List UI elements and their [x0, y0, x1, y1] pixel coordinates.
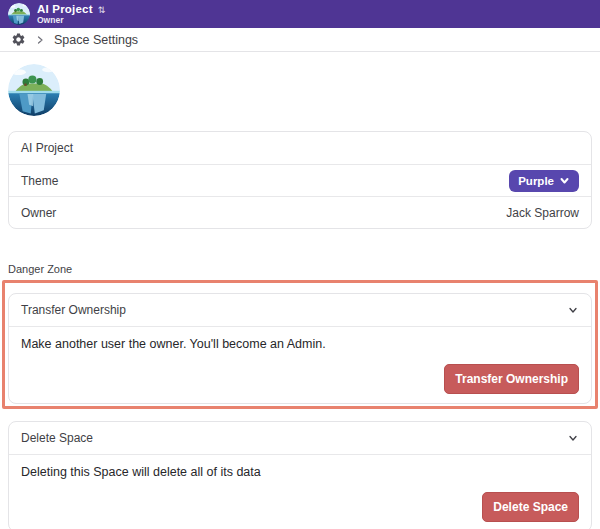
danger-zone-title: Danger Zone	[8, 263, 592, 276]
theme-select-button[interactable]: Purple	[509, 170, 579, 192]
chevron-down-icon	[559, 175, 570, 186]
breadcrumb-chevron-icon	[35, 35, 45, 45]
highlight-box: Transfer Ownership Make another user the…	[2, 280, 598, 409]
space-avatar-icon	[8, 3, 30, 25]
theme-value: Purple	[518, 175, 554, 187]
user-role-label: Owner	[37, 16, 105, 25]
space-switcher-text: AI Project ⇅ Owner	[37, 3, 105, 25]
theme-row: Theme Purple	[9, 164, 591, 196]
owner-label: Owner	[21, 206, 56, 220]
transfer-ownership-title: Transfer Ownership	[21, 303, 126, 317]
delete-space-header[interactable]: Delete Space	[9, 422, 591, 454]
chevron-down-icon[interactable]	[567, 432, 579, 444]
transfer-ownership-card: Transfer Ownership Make another user the…	[8, 293, 592, 404]
breadcrumb: Space Settings	[0, 28, 600, 52]
delete-space-body: Deleting this Space will delete all of i…	[9, 454, 591, 529]
space-avatar-image[interactable]	[8, 64, 60, 116]
space-name-field[interactable]: AI Project	[21, 141, 73, 155]
breadcrumb-space-settings[interactable]: Space Settings	[54, 33, 138, 47]
space-settings-card: AI Project Theme Purple Owner Jack Sparr…	[8, 131, 592, 229]
space-name-row: AI Project	[9, 132, 591, 164]
transfer-ownership-body: Make another user the owner. You'll beco…	[9, 326, 591, 403]
transfer-ownership-header[interactable]: Transfer Ownership	[9, 294, 591, 326]
owner-value: Jack Sparrow	[506, 206, 579, 220]
delete-space-title: Delete Space	[21, 431, 93, 445]
delete-space-card: Delete Space Deleting this Space will de…	[8, 421, 592, 529]
chevron-down-icon[interactable]	[567, 304, 579, 316]
delete-space-description: Deleting this Space will delete all of i…	[21, 465, 579, 480]
space-name: AI Project	[37, 3, 93, 15]
owner-row: Owner Jack Sparrow	[9, 196, 591, 228]
switch-space-icon[interactable]: ⇅	[98, 6, 106, 15]
theme-label: Theme	[21, 174, 58, 188]
space-switcher[interactable]: AI Project ⇅ Owner	[0, 0, 600, 28]
transfer-ownership-description: Make another user the owner. You'll beco…	[21, 337, 579, 352]
space-settings-page: AI Project ⇅ Owner Space Settings AI Pro…	[0, 0, 600, 529]
gear-icon[interactable]	[11, 32, 26, 47]
delete-space-button[interactable]: Delete Space	[482, 492, 579, 522]
settings-content: AI Project Theme Purple Owner Jack Sparr…	[0, 52, 600, 529]
transfer-ownership-button[interactable]: Transfer Ownership	[444, 364, 579, 394]
